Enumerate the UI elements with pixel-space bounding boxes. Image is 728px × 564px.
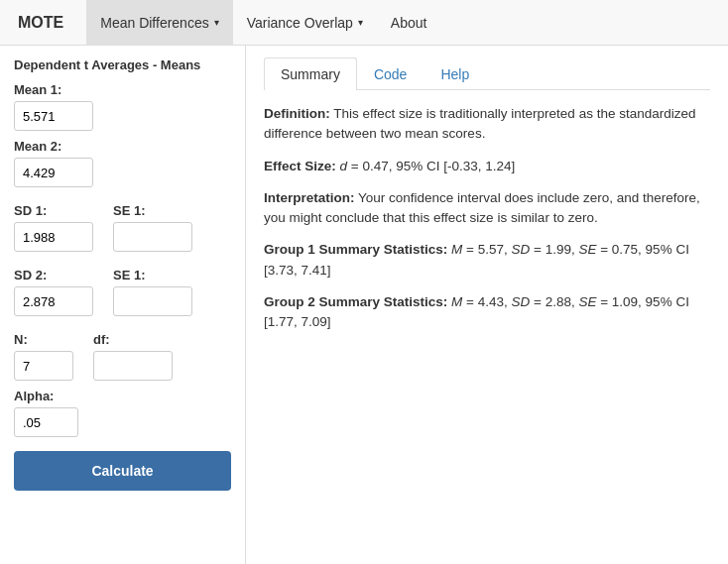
sd1-input[interactable] — [14, 222, 93, 252]
tab-summary[interactable]: Summary — [264, 57, 357, 90]
summary-content: Definition: This effect size is traditio… — [264, 104, 710, 332]
effect-size-text: d = 0.47, 95% CI [-0.33, 1.24] — [340, 159, 516, 173]
df-label: df: — [93, 332, 173, 347]
sd2-input[interactable] — [14, 286, 93, 316]
group1-label: Group 1 Summary Statistics: — [264, 242, 447, 257]
df-input[interactable] — [93, 351, 173, 381]
sd2-label: SD 2: — [14, 268, 93, 282]
se1-label: SE 1: — [113, 203, 192, 218]
nav-variance-overlap[interactable]: Variance Overlap ▾ — [233, 0, 377, 46]
main-content: Dependent t Averages - Means Mean 1: Mea… — [0, 46, 728, 564]
right-panel: Summary Code Help Definition: This effec… — [246, 46, 728, 564]
se2-input[interactable] — [113, 286, 192, 316]
tabs-container: Summary Code Help — [264, 57, 710, 90]
definition-paragraph: Definition: This effect size is traditio… — [264, 104, 710, 145]
se1-input[interactable] — [113, 222, 192, 252]
mean1-input[interactable] — [14, 101, 93, 131]
sd1-label: SD 1: — [14, 203, 93, 218]
n-label: N: — [14, 332, 73, 347]
mean2-input[interactable] — [14, 158, 93, 187]
interpretation-label: Interpretation: — [264, 190, 355, 205]
alpha-label: Alpha: — [14, 389, 231, 403]
tab-code[interactable]: Code — [357, 57, 424, 90]
tab-help[interactable]: Help — [424, 57, 486, 90]
interpretation-paragraph: Interpretation: Your confidence interval… — [264, 188, 710, 229]
group2-label: Group 2 Summary Statistics: — [264, 294, 447, 309]
left-panel: Dependent t Averages - Means Mean 1: Mea… — [0, 46, 246, 564]
effect-size-paragraph: Effect Size: d = 0.47, 95% CI [-0.33, 1.… — [264, 157, 710, 176]
calculate-button[interactable]: Calculate — [14, 451, 231, 491]
se2-label: SE 1: — [113, 268, 192, 282]
panel-title: Dependent t Averages - Means — [14, 57, 231, 72]
chevron-down-icon: ▾ — [358, 17, 363, 28]
group1-paragraph: Group 1 Summary Statistics: M = 5.57, SD… — [264, 240, 710, 281]
nav-about[interactable]: About — [377, 0, 441, 46]
brand-logo: MOTE — [10, 14, 71, 32]
nav-mean-differences-label: Mean Differences — [100, 15, 208, 31]
effect-size-label: Effect Size: — [264, 159, 336, 173]
nav-mean-differences[interactable]: Mean Differences ▾ — [86, 0, 232, 46]
n-input[interactable] — [14, 351, 73, 381]
chevron-down-icon: ▾ — [214, 17, 219, 28]
definition-label: Definition: — [264, 106, 330, 121]
mean1-label: Mean 1: — [14, 82, 231, 97]
nav-about-label: About — [391, 15, 427, 31]
mean2-label: Mean 2: — [14, 139, 231, 154]
nav-variance-overlap-label: Variance Overlap — [247, 15, 353, 31]
group2-paragraph: Group 2 Summary Statistics: M = 4.43, SD… — [264, 292, 710, 333]
navbar: MOTE Mean Differences ▾ Variance Overlap… — [0, 0, 728, 46]
alpha-input[interactable] — [14, 407, 78, 437]
